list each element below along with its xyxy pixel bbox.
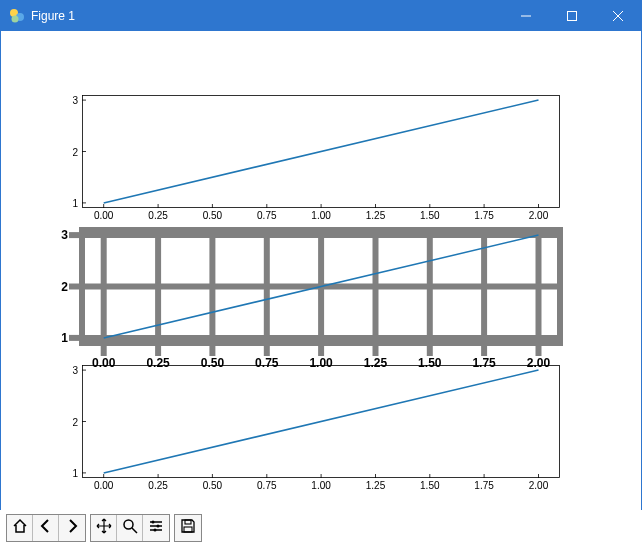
zoom-icon [122, 518, 138, 538]
svg-point-56 [152, 521, 155, 524]
app-icon [9, 8, 25, 24]
xtick-label: 1.25 [366, 480, 385, 491]
pan-button[interactable] [91, 515, 117, 541]
back-button[interactable] [33, 515, 59, 541]
close-button[interactable] [595, 1, 641, 31]
figure-canvas[interactable]: 1 2 3 0.00 0.25 0.50 0.75 1.00 1.25 1.50… [1, 31, 641, 509]
home-button[interactable] [7, 515, 33, 541]
xtick-label: 1.75 [474, 480, 493, 491]
pan-icon [96, 518, 112, 538]
ytick-label: 3 [60, 365, 78, 376]
xtick-label: 0.25 [148, 480, 167, 491]
xtick-label: 0.50 [203, 480, 222, 491]
maximize-button[interactable] [549, 1, 595, 31]
xtick-label: 0.00 [94, 480, 113, 491]
svg-point-2 [12, 16, 19, 23]
ytick-label: 1 [60, 467, 78, 478]
axes-1: 1 2 3 0.00 0.25 0.50 0.75 1.00 1.25 1.50… [82, 95, 560, 208]
xtick-label: 1.00 [311, 480, 330, 491]
configure-icon [148, 518, 164, 538]
xtick-label: 0.25 [148, 210, 167, 221]
forward-icon [64, 518, 80, 538]
svg-point-58 [154, 529, 157, 532]
svg-point-57 [157, 525, 160, 528]
xtick-label: 0.75 [257, 480, 276, 491]
navigation-toolbar [0, 510, 642, 546]
xtick-label: 1.75 [474, 210, 493, 221]
xtick-label: 0.50 [203, 210, 222, 221]
ytick-label: 3 [50, 228, 68, 242]
home-icon [12, 518, 28, 538]
xtick-label: 1.25 [366, 210, 385, 221]
xtick-label: 2.00 [529, 480, 548, 491]
xtick-label: 2.00 [529, 210, 548, 221]
zoom-button[interactable] [117, 515, 143, 541]
ytick-label: 1 [60, 197, 78, 208]
svg-rect-3 [568, 12, 577, 21]
ytick-label: 2 [60, 416, 78, 427]
svg-point-55 [124, 520, 133, 529]
save-button[interactable] [175, 515, 201, 541]
axes-2: 1 2 3 0.00 0.25 0.50 0.75 1.00 1.25 1.50… [82, 230, 560, 343]
xtick-label: 1.50 [420, 480, 439, 491]
svg-rect-60 [184, 527, 192, 532]
xtick-label: 0.75 [257, 210, 276, 221]
xtick-label: 0.00 [94, 210, 113, 221]
titlebar: Figure 1 [1, 1, 641, 31]
ytick-label: 2 [60, 146, 78, 157]
forward-button[interactable] [59, 515, 85, 541]
minimize-button[interactable] [503, 1, 549, 31]
xtick-label: 1.00 [311, 210, 330, 221]
xtick-label: 1.50 [420, 210, 439, 221]
ytick-label: 2 [50, 280, 68, 294]
axes-3: 1 2 3 0.00 0.25 0.50 0.75 1.00 1.25 1.50… [82, 365, 560, 478]
configure-subplots-button[interactable] [143, 515, 169, 541]
window-title: Figure 1 [31, 9, 75, 23]
ytick-label: 3 [60, 95, 78, 106]
back-icon [38, 518, 54, 538]
save-icon [180, 518, 196, 538]
ytick-label: 1 [50, 331, 68, 345]
